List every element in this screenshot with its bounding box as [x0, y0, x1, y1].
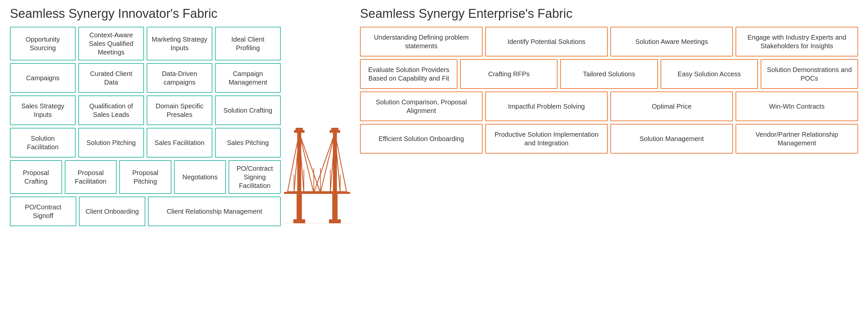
svg-rect-23: [297, 194, 302, 220]
box-opportunity-sourcing: Opportunity Sourcing: [10, 27, 75, 60]
box-domain-specific: Domain Specific Presales: [147, 95, 212, 125]
svg-rect-6: [331, 128, 339, 131]
svg-rect-26: [329, 219, 341, 223]
svg-rect-24: [332, 194, 338, 220]
box-engage-industry: Engage with Industry Experts and Stakeho…: [736, 27, 858, 57]
box-proposal-facilitation: Proposal Facilitation: [65, 160, 117, 194]
box-proposal-pitching: Proposal Pitching: [119, 160, 172, 194]
box-productive-solution: Productive Solution Implementation and I…: [485, 124, 608, 154]
box-identify-potential: Identify Potential Solutions: [485, 27, 608, 57]
box-evaluate-solution: Evaluate Solution Providers Based on Cap…: [360, 59, 458, 89]
box-efficient-onboarding: Efficient Solution Onboarding: [360, 124, 483, 154]
box-optimal-price: Optimal Price: [610, 92, 733, 121]
svg-rect-25: [293, 219, 305, 223]
box-client-relationship: Client Relationship Management: [148, 196, 281, 226]
right-title: Seamless Synergy Enterprise's Fabric: [360, 7, 858, 21]
box-po-contract-signing: PO/Contract Signing Facilitation: [228, 160, 281, 194]
box-tailored-solutions: Tailored Solutions: [560, 59, 658, 89]
box-campaign-management: Campaign Management: [215, 63, 281, 93]
box-curated-client: Curated Client Data: [78, 63, 144, 93]
box-vendor-partner: Vendor/Partner Relationship Management: [736, 124, 858, 154]
box-solution-management: Solution Management: [610, 124, 733, 154]
box-easy-solution: Easy Solution Access: [660, 59, 758, 89]
box-ideal-client: Ideal Client Profiling: [215, 27, 281, 60]
box-context-aware: Context-Aware Sales Qualified Meetings: [78, 27, 144, 60]
main-container: Seamless Synergy Innovator's Fabric Oppo…: [0, 0, 868, 323]
left-section: Seamless Synergy Innovator's Fabric Oppo…: [10, 7, 281, 316]
box-understanding: Understanding Defining problem statement…: [360, 27, 483, 57]
box-data-driven: Data-Driven campaigns: [147, 63, 212, 93]
box-solution-comparison: Solution Comparison, Proposal Alignment: [360, 92, 483, 121]
right-section: Seamless Synergy Enterprise's Fabric Und…: [360, 7, 858, 316]
box-solution-demos: Solution Demonstrations and POCs: [761, 59, 858, 89]
box-impactful-problem: Impactful Problem Solving: [485, 92, 608, 121]
box-win-win: Win-WIn Contracts: [736, 92, 858, 121]
svg-rect-3: [296, 128, 303, 131]
box-crafting-rfps: Crafting RFPs: [460, 59, 558, 89]
svg-line-16: [314, 133, 335, 193]
box-solution-aware: Solution Aware Meetings: [610, 27, 733, 57]
box-qualification: Qualification of Sales Leads: [78, 95, 144, 125]
bridge-section: [281, 7, 353, 316]
box-solution-facilitation: Solution Facilitation: [10, 128, 75, 158]
box-solution-crafting: Solution Crafting: [215, 95, 281, 125]
box-client-onboarding: Client Onboarding: [79, 196, 145, 226]
box-negotations: Negotations: [174, 160, 226, 194]
bridge-icon: [284, 92, 350, 231]
box-sales-strategy: Sales Strategy Inputs: [10, 95, 75, 125]
box-sales-facilitation: Sales Facilitation: [147, 128, 212, 158]
box-proposal-crafting: Proposal Crafting: [10, 160, 62, 194]
box-marketing-strategy: Marketing Strategy Inputs: [147, 27, 212, 60]
box-solution-pitching: Solution Pitching: [78, 128, 144, 158]
box-sales-pitching: Sales Pitching: [215, 128, 281, 158]
box-campaigns: Campaigns: [10, 63, 75, 93]
box-po-signoff: PO/Contract Signoff: [10, 196, 76, 226]
left-title: Seamless Synergy Innovator's Fabric: [10, 7, 281, 21]
